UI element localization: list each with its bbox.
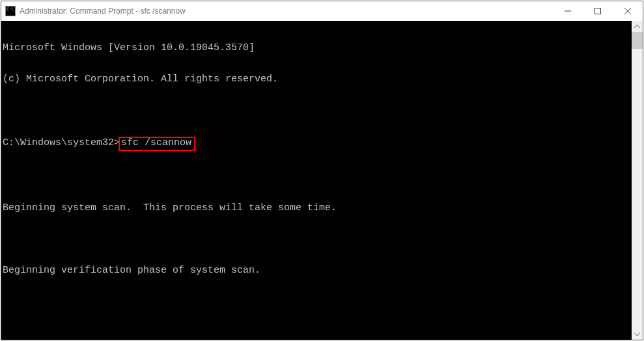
command-prompt-window: Administrator: Command Prompt - sfc /sca… <box>1 1 643 340</box>
scroll-track[interactable] <box>632 32 643 329</box>
output-line <box>3 105 632 116</box>
close-button[interactable] <box>613 1 643 21</box>
output-line <box>3 172 632 182</box>
highlighted-command: sfc /scannow <box>119 137 195 151</box>
scroll-thumb[interactable] <box>632 32 643 49</box>
output-line <box>3 234 632 245</box>
cmd-icon <box>5 6 16 16</box>
output-line: Microsoft Windows [Version 10.0.19045.35… <box>3 43 632 53</box>
vertical-scrollbar[interactable] <box>632 21 643 340</box>
maximize-button[interactable] <box>583 1 613 21</box>
titlebar[interactable]: Administrator: Command Prompt - sfc /sca… <box>1 1 643 21</box>
prompt-path: C:\Windows\system32> <box>3 137 120 148</box>
scroll-up-button[interactable] <box>632 21 643 32</box>
terminal-area: Microsoft Windows [Version 10.0.19045.35… <box>1 21 643 340</box>
output-line: Beginning system scan. This process will… <box>3 203 632 213</box>
svg-rect-1 <box>595 8 601 14</box>
window-title: Administrator: Command Prompt - sfc /sca… <box>20 7 553 16</box>
output-line: (c) Microsoft Corporation. All rights re… <box>3 74 632 85</box>
window-controls <box>553 1 643 21</box>
output-line: Beginning verification phase of system s… <box>3 266 632 276</box>
prompt-line: C:\Windows\system32>sfc /scannow <box>3 137 632 151</box>
scroll-down-button[interactable] <box>632 329 643 340</box>
minimize-button[interactable] <box>553 1 583 21</box>
terminal-output[interactable]: Microsoft Windows [Version 10.0.19045.35… <box>1 21 632 340</box>
